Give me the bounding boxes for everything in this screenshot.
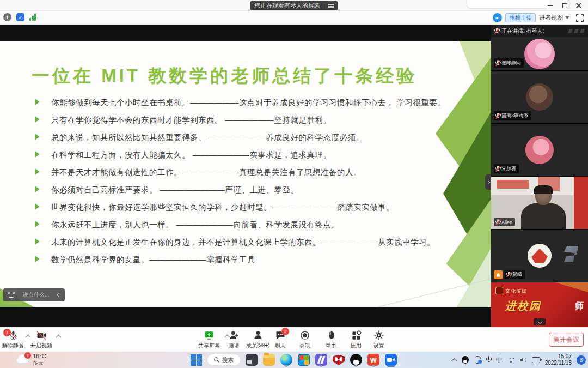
taskbar-app-dark[interactable] [245, 353, 258, 367]
info-icon[interactable]: i [3, 13, 11, 21]
bullet-marker-icon [35, 238, 40, 245]
participant-tile[interactable]: 崔陈静问 [491, 37, 588, 71]
unmute-button[interactable]: 解除静音 1 [2, 330, 24, 349]
bullet-marker-icon [35, 256, 40, 262]
raise-hand-button[interactable]: 举手 [326, 330, 336, 349]
search-icon [214, 357, 219, 363]
start-button[interactable] [189, 353, 203, 367]
restore-icon [562, 3, 567, 8]
taskbar-wps[interactable] [367, 353, 380, 367]
share-screen-button[interactable]: 共享屏幕 [198, 330, 220, 349]
pill-divider [324, 3, 324, 9]
taskbar-purple-app[interactable] [315, 353, 328, 367]
view-mode-label: 讲者视图 [539, 14, 563, 22]
close-button[interactable] [572, 0, 586, 11]
meeting-toolbar: 解除静音 1 开启视频 共享屏幕 邀请 成员 [0, 327, 588, 352]
mcafee-shield-icon [333, 354, 345, 366]
tray-sync-icon[interactable] [474, 356, 481, 364]
notification-badge[interactable]: 3 [577, 355, 586, 365]
members-button[interactable]: 成员(99+) [246, 330, 270, 349]
collapse-chatbar-button[interactable] [54, 289, 64, 300]
speaking-indicator-bar: 正在讲话: 有琴人: [491, 25, 588, 37]
video-background-banner [574, 177, 588, 230]
apps-grid-icon [351, 330, 362, 341]
muted-mic-icon [506, 272, 511, 277]
avatar [525, 136, 554, 164]
chat-button[interactable]: 聊天 2 [275, 330, 286, 349]
chevron-down-icon [537, 319, 542, 324]
windows-taskbar: 1 16°C 多云 搜索 [0, 352, 588, 368]
video-options-chevron[interactable] [56, 335, 62, 340]
tray-expand-chevron[interactable] [451, 358, 457, 363]
participant-tile[interactable]: 国商3班梅系 [491, 71, 588, 124]
taskbar-mcafee[interactable] [332, 353, 345, 367]
members-icon [253, 330, 264, 341]
avatar [524, 39, 555, 69]
cloud-upload-icon[interactable]: ∞ [493, 13, 502, 22]
quick-chat-bar: 说点什么... [3, 288, 65, 301]
fullscreen-icon[interactable] [576, 14, 584, 22]
volume-icon[interactable] [520, 357, 527, 363]
close-icon [576, 3, 581, 8]
restore-button[interactable] [558, 0, 572, 11]
invite-button[interactable]: 邀请 [229, 330, 240, 349]
window-controls [543, 0, 586, 11]
participant-name-pill: 朱加赛 [494, 164, 519, 173]
ime-indicator[interactable]: 中 [496, 355, 503, 365]
taskbar-tencent-meeting[interactable] [384, 353, 397, 367]
slide-bullet: 你能够做到每天七个小时坐在书桌前。——————这点对于养成良好的学习习惯和静下心… [32, 96, 462, 108]
avatar [528, 244, 552, 268]
shared-screen-area: 一位在 MIT 教数学的老师总结了十条经验 你能够做到每天七个小时坐在书桌前。—… [0, 25, 491, 327]
participant-tile[interactable]: Allen [491, 177, 588, 230]
share-options-icon[interactable] [328, 4, 334, 8]
participant-tile[interactable]: 贺晴 [491, 230, 588, 282]
taskbar-qq[interactable] [350, 353, 363, 367]
view-controls: ∞ 拖拽上传 讲者视图 [493, 12, 587, 23]
avatar [526, 83, 553, 111]
drag-upload-button[interactable]: 拖拽上传 [505, 13, 536, 22]
tray-qq-icon[interactable] [462, 356, 469, 364]
emoji-icon[interactable] [6, 289, 17, 300]
muted-mic-icon [495, 219, 500, 225]
apps-button[interactable]: 应用 [351, 330, 362, 349]
banner-logo [495, 287, 503, 294]
participants-sidebar: 正在讲话: 有琴人: 崔陈静问 国商3班梅系 朱加赛 [491, 25, 588, 327]
security-shield-icon[interactable]: ✓ [16, 13, 24, 21]
tray-camera-icon[interactable] [532, 357, 540, 363]
participant-tile[interactable]: 文化传媒 进校园 师 [491, 282, 588, 327]
view-mode-dropdown[interactable]: 讲者视图 [539, 14, 569, 22]
participant-name-pill: 崔陈静问 [494, 58, 524, 68]
cloud-weather-icon: 1 [16, 354, 29, 365]
muted-mic-icon [495, 166, 500, 172]
taskbar-edge[interactable] [280, 353, 293, 367]
bullet-marker-icon [35, 221, 40, 227]
tray-mic-icon[interactable] [486, 356, 491, 364]
settings-button[interactable]: 设置 [373, 330, 384, 349]
sidebar-collapse-tab[interactable] [485, 174, 491, 190]
bullet-marker-icon [35, 203, 40, 210]
chevron-down-icon [565, 16, 569, 19]
system-tray: 中 15:07 2022/11/18 3 [453, 352, 586, 368]
taskbar-clock[interactable]: 15:07 2022/11/18 [545, 353, 572, 367]
participant-name-pill: 贺晴 [505, 270, 525, 279]
slide-title: 一位在 MIT 教数学的老师总结了十条经验 [32, 64, 417, 88]
mic-options-chevron[interactable] [26, 335, 31, 340]
participant-tile[interactable]: 朱加赛 [491, 124, 588, 177]
minimize-button[interactable] [543, 0, 558, 11]
start-video-button[interactable]: 开启视频 [30, 330, 52, 349]
taskbar-search[interactable]: 搜索 [207, 354, 241, 366]
weather-condition: 多云 [33, 360, 46, 366]
leave-meeting-button[interactable]: 离开会议 [549, 333, 584, 347]
taskbar-store[interactable] [297, 353, 310, 367]
speaking-label: 正在讲话: 有琴人: [501, 27, 565, 35]
clock-date: 2022/11/18 [545, 360, 572, 367]
chat-quick-input[interactable]: 说点什么... [19, 291, 53, 299]
taskbar-file-explorer[interactable] [262, 353, 275, 367]
wifi-icon[interactable] [507, 357, 515, 363]
presentation-slide: 一位在 MIT 教数学的老师总结了十条经验 你能够做到每天七个小时坐在书桌前。—… [0, 41, 491, 307]
folder-icon [263, 354, 275, 366]
weather-widget[interactable]: 1 16°C 多云 [16, 353, 46, 366]
record-icon [299, 330, 310, 341]
record-button[interactable]: 录制 [299, 330, 310, 349]
scroll-participants-button[interactable] [534, 318, 546, 325]
